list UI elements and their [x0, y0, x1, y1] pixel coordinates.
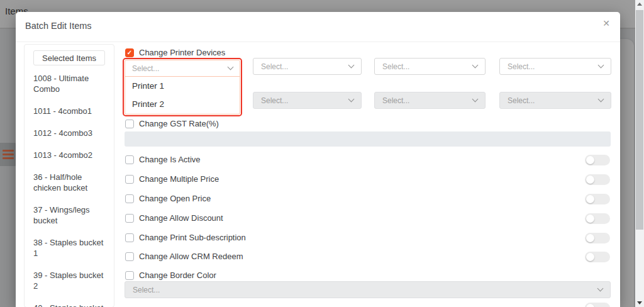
toggle-knob — [586, 176, 594, 184]
select-placeholder: Select... — [382, 62, 409, 71]
printer-device-dropdown-inner: Select... Printer 1 Printer 2 — [125, 60, 240, 114]
dropdown-option-printer-1[interactable]: Printer 1 — [125, 77, 240, 95]
printer-devices-checkbox[interactable]: ✓ — [125, 48, 134, 57]
select-placeholder: Select... — [133, 286, 160, 294]
open-price-toggle — [585, 194, 610, 204]
field-row-open-price: Change Open Price — [125, 194, 211, 203]
select-placeholder: Select... — [261, 62, 288, 71]
select-placeholder: Select... — [508, 96, 535, 105]
allow-crm-redeem-toggle — [585, 252, 610, 262]
chevron-down-icon — [348, 96, 355, 103]
chevron-down-icon — [228, 64, 234, 70]
printer-device-select-8: Select... — [499, 92, 611, 109]
allow-discount-label: Change Allow Discount — [139, 213, 223, 223]
multiple-price-checkbox[interactable] — [125, 175, 134, 184]
border-color-checkbox[interactable] — [125, 271, 134, 280]
border-color-select: Select... — [125, 281, 611, 298]
field-row-border-color: Change Border Color — [125, 271, 216, 280]
allow-crm-redeem-checkbox[interactable] — [125, 252, 134, 261]
select-placeholder: Select... — [382, 96, 409, 105]
field-row-allow-discount: Change Allow Discount — [125, 213, 223, 223]
multiple-price-label: Change Multiple Price — [139, 174, 219, 184]
toggle-knob — [586, 156, 594, 164]
field-row-gst: Change GST Rate(%) — [125, 119, 219, 128]
toggle-knob — [586, 253, 594, 261]
field-row-printer-devices: ✓ Change Printer Devices — [125, 48, 225, 57]
list-item[interactable]: 36 - Half/hole chicken bucket — [33, 172, 105, 193]
field-row-allow-crm-redeem: Change Allow CRM Redeem — [125, 252, 243, 261]
select-placeholder: Select... — [261, 96, 288, 105]
gst-checkbox[interactable] — [125, 120, 134, 128]
is-active-label: Change Is Active — [139, 155, 201, 164]
allow-discount-checkbox[interactable] — [125, 214, 134, 223]
multiple-price-toggle — [585, 174, 610, 185]
scroll-up-icon — [637, 3, 642, 6]
printer-device-select-7: Select... — [374, 92, 486, 109]
border-color-label: Change Border Color — [139, 271, 216, 280]
print-subdescription-toggle — [585, 233, 610, 243]
printer-device-select-6: Select... — [253, 92, 362, 109]
list-item[interactable]: 38 - Staples bucket 1 — [33, 237, 105, 259]
chevron-down-icon — [597, 286, 604, 292]
scrollbar-thumb[interactable] — [636, 10, 643, 230]
print-subdescription-checkbox[interactable] — [125, 233, 134, 242]
open-price-label: Change Open Price — [139, 194, 211, 203]
modal-title: Batch Edit Items — [25, 21, 92, 31]
chevron-down-icon — [598, 96, 604, 103]
chevron-down-icon — [472, 96, 479, 103]
list-item[interactable]: 1008 - Ultimate Combo — [33, 73, 105, 94]
gst-rate-input — [125, 131, 611, 147]
scrollbar-up-button[interactable] — [635, 0, 644, 8]
partial-toggle — [585, 303, 610, 307]
selected-items-header: Selected Items — [33, 50, 105, 65]
printer-devices-label: Change Printer Devices — [139, 48, 225, 57]
selected-items-list: 1008 - Ultimate Combo 1011 - 4combo1 101… — [25, 65, 114, 307]
select-placeholder: Select... — [132, 64, 159, 73]
scroll-down-icon — [637, 301, 642, 304]
field-row-print-subdescription: Change Print Sub-description — [125, 233, 246, 242]
header-divider — [16, 42, 620, 42]
scrollbar-down-button[interactable] — [635, 299, 644, 307]
toggle-knob — [586, 195, 594, 203]
toggle-knob — [586, 215, 594, 223]
printer-device-select-3[interactable]: Select... — [374, 58, 486, 75]
field-row-is-active: Change Is Active — [125, 155, 201, 164]
chevron-down-icon — [472, 62, 479, 69]
list-item[interactable]: 39 - Staples bucket 2 — [33, 270, 105, 291]
allow-crm-redeem-label: Change Allow CRM Redeem — [139, 252, 243, 261]
close-icon[interactable]: ✕ — [602, 19, 610, 28]
selected-items-panel: Selected Items 1008 - Ultimate Combo 101… — [24, 44, 114, 307]
open-price-checkbox[interactable] — [125, 194, 134, 203]
dropdown-option-printer-2[interactable]: Printer 2 — [125, 95, 240, 113]
list-item[interactable]: 40 - Staples bucket 3 — [33, 303, 105, 307]
allow-discount-toggle — [585, 213, 610, 224]
printer-device-select-4[interactable]: Select... — [499, 58, 611, 75]
chevron-down-icon — [348, 62, 355, 69]
gst-label: Change GST Rate(%) — [139, 119, 219, 128]
is-active-checkbox[interactable] — [125, 155, 134, 164]
toggle-knob — [586, 304, 594, 307]
toggle-knob — [586, 234, 594, 242]
is-active-toggle — [585, 155, 610, 165]
batch-edit-items-modal: Batch Edit Items ✕ Selected Items 1008 -… — [16, 12, 620, 307]
list-item[interactable]: 1013 - 4combo2 — [33, 150, 105, 160]
field-row-multiple-price: Change Multiple Price — [125, 174, 219, 184]
list-item[interactable]: 1011 - 4combo1 — [33, 106, 105, 116]
chevron-down-icon — [598, 62, 604, 69]
page-scrollbar[interactable] — [635, 0, 644, 307]
printer-device-dropdown-open: Select... Printer 1 Printer 2 — [123, 58, 242, 116]
list-item[interactable]: 37 - Wings/legs bucket — [33, 204, 105, 226]
print-subdescription-label: Change Print Sub-description — [139, 233, 246, 242]
select-placeholder: Select... — [508, 62, 535, 71]
printer-device-select-2[interactable]: Select... — [253, 58, 362, 75]
list-item[interactable]: 1012 - 4combo3 — [33, 128, 105, 138]
printer-device-select[interactable]: Select... — [125, 60, 240, 77]
